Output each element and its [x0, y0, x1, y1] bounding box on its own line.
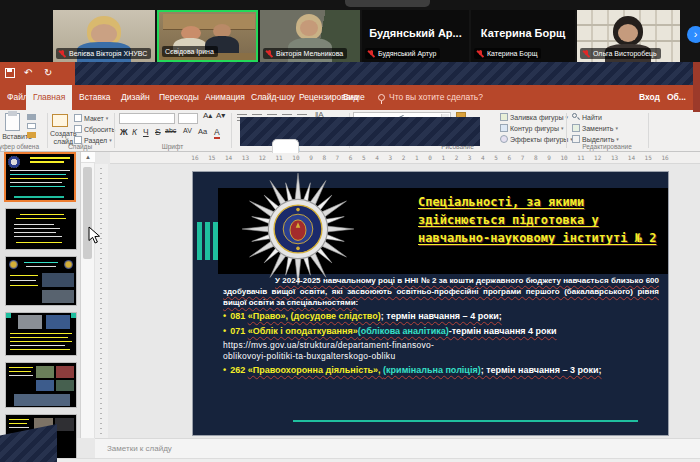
horizontal-ruler: 16 15 14 13 12 11 10 9 8 7 6 5 4 3 2 1 0…	[110, 152, 700, 164]
participant-name: Сєвідова Ірина	[165, 47, 214, 56]
slide-body-text[interactable]: У 2024-2025 навчальному році в ННІ № 2 з…	[223, 276, 659, 377]
reset-icon	[74, 125, 82, 133]
overlay-band-top	[75, 62, 693, 85]
search-icon	[572, 113, 580, 121]
effects-shape-button[interactable]: Эффекты фигуры▾	[500, 135, 573, 143]
participant-tile[interactable]: Катерина Борщ Катерина Борщ	[471, 10, 575, 62]
format-painter-icon[interactable]	[27, 132, 36, 138]
replace-icon	[572, 124, 580, 132]
font-group-label: Шрифт	[114, 143, 231, 150]
find-button[interactable]: Найти	[572, 113, 602, 121]
floating-tab-handle	[272, 139, 299, 153]
bullet-dot: •	[223, 311, 226, 321]
mouse-cursor	[88, 226, 101, 245]
clipboard-group-label: Буфер обмена	[0, 143, 48, 150]
paste-clip-icon	[8, 111, 17, 116]
window-edge-strip	[693, 62, 700, 112]
accent-bar	[213, 222, 218, 260]
participant-tile[interactable]: Ольга Висторобець	[577, 10, 680, 62]
tab-view[interactable]: Вид	[336, 85, 365, 110]
bullet-item-071: •071 «Облік і оподаткування»(облікова ан…	[223, 326, 659, 338]
slide-title[interactable]: Спеціальності, за якими здійснюється під…	[418, 193, 668, 247]
bullet-dot: •	[223, 326, 226, 336]
outline-shape-icon	[500, 124, 508, 132]
tab-home[interactable]: Главная	[26, 85, 72, 110]
ribbon-tab-row: Файл Главная Вставка Дизайн Переходы Ани…	[0, 85, 700, 110]
ruler-numbers: 16 15 14 13 12 11 10 9 8 7 6 5 4 3 2 1 0…	[185, 154, 675, 161]
muted-mic-icon	[368, 50, 375, 58]
select-cursor-icon	[572, 135, 580, 143]
muted-mic-icon	[583, 50, 590, 58]
font-size-combobox[interactable]	[178, 113, 198, 124]
vertical-ruler	[95, 164, 108, 438]
tab-design[interactable]: Дизайн	[114, 85, 157, 110]
participant-big-name: Катерина Борщ	[471, 27, 575, 39]
muted-mic-icon	[477, 50, 484, 58]
tell-me-box[interactable]: Что вы хотите сделать?	[378, 85, 483, 110]
font-name-combobox[interactable]	[119, 113, 175, 124]
slide-link: https://mvs.gov.ua/struktura/departament…	[223, 340, 659, 362]
muted-mic-icon	[266, 50, 273, 58]
participant-tile[interactable]: Велієва Вікторія ХНУВС	[53, 10, 155, 62]
next-participants-button[interactable]: ›	[687, 26, 700, 43]
muted-mic-icon	[59, 50, 66, 58]
effects-shape-icon	[500, 135, 508, 143]
layout-icon	[74, 114, 82, 122]
select-button[interactable]: Выделить▾	[572, 135, 619, 143]
group-separator	[648, 113, 649, 148]
share-button[interactable]: Об...	[660, 85, 693, 110]
participant-tile-active[interactable]: Сєвідова Ірина	[157, 10, 258, 62]
slides-group-label: Слайды	[48, 143, 112, 150]
cut-icon[interactable]	[27, 114, 36, 120]
grow-font-button[interactable]: A▴	[203, 111, 212, 120]
participant-big-name: Будянський Ар...	[362, 27, 469, 39]
tab-insert[interactable]: Вставка	[72, 85, 118, 110]
bold-button[interactable]: Ж	[120, 127, 128, 137]
slide-thumbnail[interactable]	[5, 256, 77, 306]
slide-divider-line	[293, 420, 638, 422]
editing-group-label: Редактирование	[566, 143, 648, 150]
italic-button[interactable]: К	[132, 127, 137, 137]
thumbnail-scrollbar[interactable]: ▲	[80, 152, 94, 438]
slide-canvas[interactable]: Спеціальності, за якими здійснюється під…	[193, 172, 668, 435]
slide-thumbnail-panel: ▲	[0, 152, 95, 438]
character-spacing-button[interactable]: AV	[183, 127, 192, 134]
layout-button[interactable]: Макет▾	[74, 114, 108, 122]
change-case-button[interactable]: Aa	[198, 127, 207, 136]
institute-emblem	[241, 172, 355, 286]
participant-tile[interactable]: Вікторія Мельникова	[260, 10, 360, 62]
slide-thumbnail[interactable]	[5, 208, 77, 250]
slide-thumbnail[interactable]	[5, 362, 77, 408]
scrollbar-thumb[interactable]	[83, 167, 92, 259]
undo-icon[interactable]: ↶	[24, 67, 32, 78]
underline-button[interactable]: Ч	[143, 127, 149, 137]
notes-pane[interactable]: Заметки к слайду	[95, 438, 700, 458]
scrollbar-up-arrow-icon[interactable]: ▲	[81, 152, 95, 163]
participant-tile[interactable]: Будянський Ар... Будянський Артур	[362, 10, 469, 62]
save-icon[interactable]	[5, 68, 15, 78]
fill-shape-button[interactable]: Заливка фигуры▾	[500, 113, 568, 121]
fill-shape-icon	[500, 113, 508, 121]
abc-strike-button[interactable]: abc	[165, 127, 176, 134]
slide-thumbnail[interactable]	[5, 312, 77, 356]
strikethrough-button[interactable]: S	[155, 127, 161, 137]
status-bar	[0, 458, 700, 462]
slide-paragraph: У 2024-2025 навчальному році в ННІ № 2 з…	[223, 276, 659, 308]
font-color-button[interactable]: А	[214, 127, 220, 139]
participant-name: Ольга Висторобець	[593, 49, 657, 58]
replace-button[interactable]: Заменить▾	[572, 124, 618, 132]
outline-shape-button[interactable]: Контур фигуры▾	[500, 124, 563, 132]
copy-icon[interactable]	[27, 123, 36, 129]
new-slide-icon	[52, 114, 68, 127]
meeting-video-strip: Велієва Вікторія ХНУВС Сєвідова Ірина	[0, 0, 700, 62]
redo-icon[interactable]: ↻	[44, 67, 52, 78]
accent-bar	[197, 222, 202, 260]
slide-thumbnail-current[interactable]	[4, 152, 76, 202]
reset-button[interactable]: Сбросить	[74, 125, 115, 133]
notes-placeholder: Заметки к слайду	[107, 444, 172, 453]
shrink-font-button[interactable]: A▾	[216, 111, 225, 120]
bullet-dot: •	[223, 365, 226, 375]
meeting-controls-pill[interactable]	[345, 0, 430, 7]
screen: Велієва Вікторія ХНУВС Сєвідова Ірина	[0, 0, 700, 462]
bullet-item-081: •081 «Право», (досудове слідство); термі…	[223, 311, 659, 323]
